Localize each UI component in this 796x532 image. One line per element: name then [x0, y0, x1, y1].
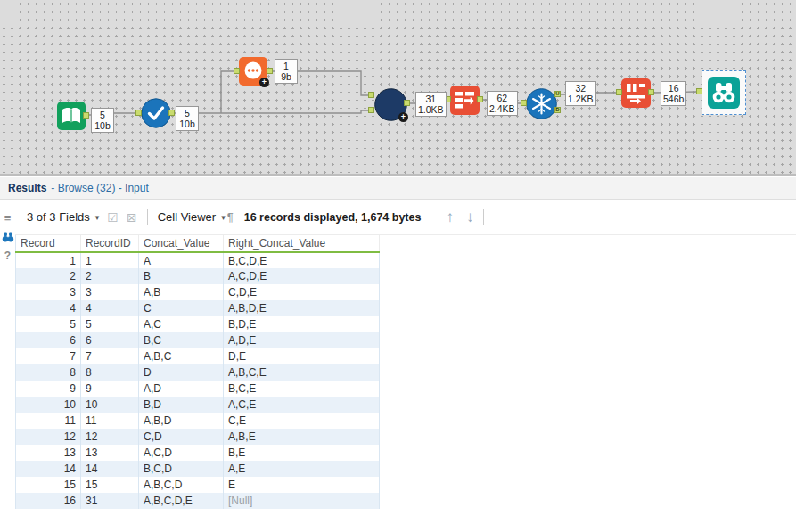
table-cell[interactable]: B,C,D: [139, 461, 224, 477]
table-cell[interactable]: 3: [16, 284, 81, 300]
table-cell[interactable]: 15: [16, 477, 81, 493]
table-cell[interactable]: 11: [81, 413, 139, 429]
help-icon[interactable]: ?: [4, 250, 11, 262]
table-cell[interactable]: A,B,C,E: [224, 364, 380, 381]
duplicates-output-anchor[interactable]: D: [554, 107, 561, 113]
annotation-crosstab[interactable]: 16 546b: [661, 81, 686, 106]
input-anchor[interactable]: [696, 88, 702, 94]
table-cell[interactable]: 9: [81, 381, 139, 397]
table-cell[interactable]: 2: [16, 268, 81, 284]
table-cell[interactable]: 1: [16, 252, 81, 268]
table-cell[interactable]: A,B,C: [139, 348, 224, 364]
table-cell[interactable]: A,B,C,D: [139, 477, 224, 493]
record-id-tool[interactable]: +: [239, 57, 267, 86]
table-cell[interactable]: C: [139, 300, 224, 316]
table-cell[interactable]: 2: [81, 268, 139, 284]
input-anchor[interactable]: [368, 92, 374, 98]
select-fields-icon[interactable]: ☑: [107, 210, 119, 225]
table-row[interactable]: 77A,B,CD,E: [16, 348, 380, 364]
table-row[interactable]: 1414B,C,DA,E: [16, 461, 380, 477]
workflow-canvas[interactable]: + +: [0, 0, 796, 176]
table-cell[interactable]: B,D,E: [224, 316, 380, 332]
table-cell[interactable]: B: [139, 268, 224, 284]
output-anchor[interactable]: [477, 96, 483, 102]
scroll-down-icon[interactable]: ↓: [466, 209, 474, 225]
metadata-list-icon[interactable]: ≡: [4, 212, 12, 224]
table-row[interactable]: 1010B,DA,C,E: [16, 397, 380, 413]
table-cell[interactable]: 6: [16, 332, 81, 348]
output-anchor[interactable]: [648, 89, 654, 95]
browse-tool[interactable]: [702, 70, 746, 115]
table-cell[interactable]: D: [139, 364, 224, 381]
table-cell[interactable]: C,D: [139, 429, 224, 445]
input-anchor[interactable]: [234, 68, 240, 74]
table-cell[interactable]: 10: [81, 397, 139, 413]
column-header-record[interactable]: Record: [16, 235, 81, 252]
table-cell[interactable]: 6: [81, 332, 139, 348]
input-anchor[interactable]: [521, 100, 527, 106]
table-cell[interactable]: [Null]: [224, 493, 380, 509]
table-cell[interactable]: 5: [16, 316, 81, 332]
scroll-up-icon[interactable]: ↑: [446, 209, 454, 225]
table-cell[interactable]: 31: [81, 493, 139, 509]
table-cell[interactable]: A: [139, 252, 224, 268]
table-cell[interactable]: A,B,C,D,E: [139, 493, 224, 509]
table-row[interactable]: 1212C,DA,B,E: [16, 429, 380, 445]
table-cell[interactable]: B,C,E: [224, 381, 380, 397]
table-cell[interactable]: D,E: [224, 348, 380, 364]
annotation-unique[interactable]: 32 1.2KB: [565, 81, 596, 106]
unique-tool[interactable]: [526, 88, 557, 119]
table-cell[interactable]: A,C,E: [224, 397, 380, 413]
table-cell[interactable]: 13: [16, 445, 81, 461]
fields-dropdown[interactable]: 3 of 3 Fields ▾: [27, 210, 99, 224]
table-cell[interactable]: A,D: [139, 381, 224, 397]
output-anchor[interactable]: [83, 112, 89, 119]
table-cell[interactable]: 15: [81, 477, 139, 493]
table-row[interactable]: 11AB,C,D,E: [16, 252, 380, 268]
output-anchor[interactable]: [168, 110, 175, 116]
table-cell[interactable]: B,E: [224, 445, 380, 461]
table-row[interactable]: 44CA,B,D,E: [16, 300, 380, 316]
table-cell[interactable]: 7: [81, 348, 139, 364]
table-row[interactable]: 22BA,C,D,E: [16, 268, 380, 284]
table-cell[interactable]: 14: [16, 461, 81, 477]
table-cell[interactable]: A,C,D,E: [224, 268, 380, 284]
unique-output-anchor[interactable]: U: [554, 91, 561, 97]
table-cell[interactable]: 13: [81, 445, 139, 461]
table-cell[interactable]: 3: [81, 284, 139, 300]
output-anchor[interactable]: [267, 68, 273, 74]
table-cell[interactable]: A,C,D: [139, 445, 224, 461]
annotation-transpose[interactable]: 62 2.4KB: [487, 91, 518, 116]
table-cell[interactable]: A,B: [139, 284, 224, 300]
table-row[interactable]: 33A,BC,D,E: [16, 284, 380, 300]
table-cell[interactable]: 8: [81, 364, 139, 381]
table-cell[interactable]: 5: [81, 316, 139, 332]
table-cell[interactable]: 4: [16, 300, 81, 316]
table-cell[interactable]: 1: [81, 252, 139, 268]
check-tool[interactable]: [141, 98, 171, 128]
annotation-check[interactable]: 5 10b: [176, 106, 199, 131]
input-anchor[interactable]: [135, 110, 142, 116]
table-row[interactable]: 1111A,B,DC,E: [16, 413, 380, 429]
deselect-fields-icon[interactable]: ⊠: [127, 210, 137, 225]
annotation-recordid[interactable]: 1 9b: [275, 59, 298, 84]
table-cell[interactable]: B,C,D,E: [224, 252, 380, 268]
output-anchor[interactable]: [404, 100, 410, 106]
annotation-join[interactable]: 31 1.0KB: [415, 92, 447, 117]
table-cell[interactable]: 12: [16, 429, 81, 445]
table-cell[interactable]: A,B,D,E: [224, 300, 380, 316]
table-cell[interactable]: A,C: [139, 316, 224, 332]
input-data-tool[interactable]: [57, 102, 86, 130]
table-row[interactable]: 99A,DB,C,E: [16, 381, 380, 397]
column-header-concat-value[interactable]: Concat_Value: [139, 235, 224, 252]
table-cell[interactable]: 7: [16, 348, 81, 364]
table-row[interactable]: 66B,CA,D,E: [16, 332, 380, 348]
transpose-tool[interactable]: [450, 86, 480, 115]
table-cell[interactable]: C,D,E: [224, 284, 380, 300]
table-row[interactable]: 1313A,C,DB,E: [16, 445, 380, 461]
table-cell[interactable]: 10: [16, 397, 81, 413]
column-header-recordid[interactable]: RecordID: [81, 235, 139, 252]
input-anchor[interactable]: [368, 107, 374, 113]
whitespace-toggle-icon[interactable]: ¶: [227, 210, 234, 224]
input-anchor[interactable]: [616, 89, 622, 95]
